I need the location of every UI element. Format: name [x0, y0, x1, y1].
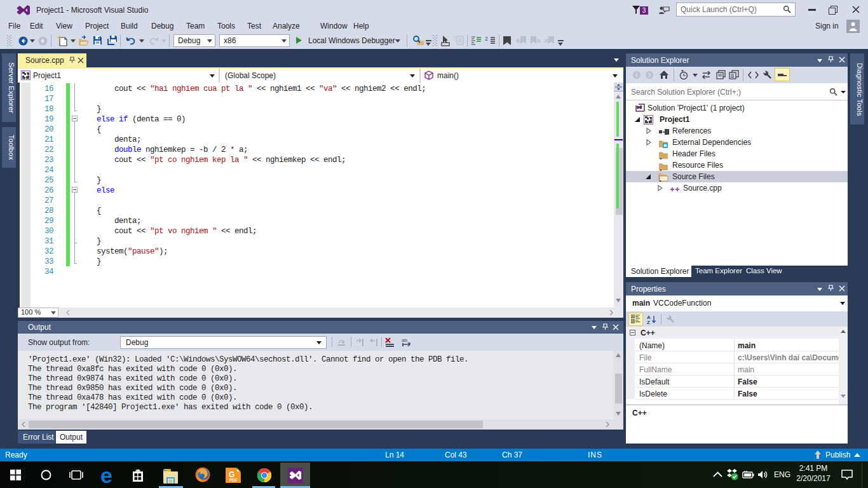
svg-text:PDF: PDF	[229, 478, 238, 482]
svg-text:ab: ab	[402, 337, 407, 343]
svg-text:2: 2	[485, 36, 488, 42]
svg-text:Z: Z	[647, 320, 650, 324]
